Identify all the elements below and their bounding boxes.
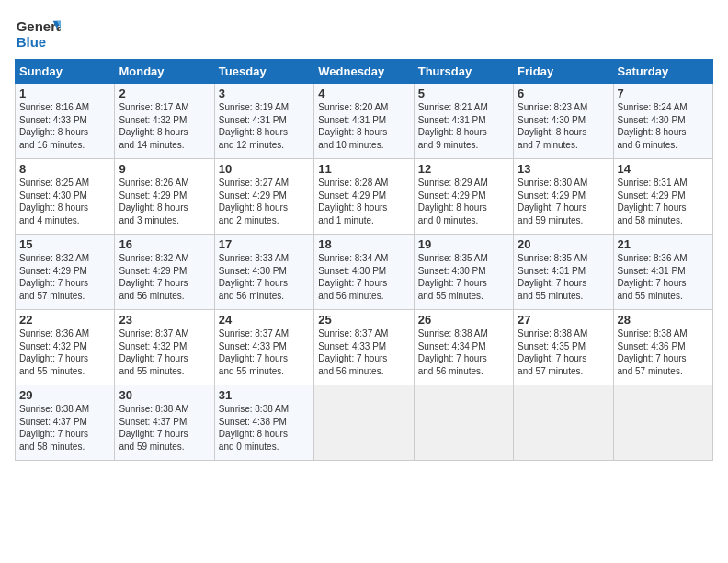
week-row-2: 8Sunrise: 8:25 AMSunset: 4:30 PMDaylight… [16,159,713,235]
calendar-cell: 5Sunrise: 8:21 AMSunset: 4:31 PMDaylight… [414,84,513,159]
calendar-table: SundayMondayTuesdayWednesdayThursdayFrid… [15,59,713,461]
week-row-4: 22Sunrise: 8:36 AMSunset: 4:32 PMDayligh… [16,310,713,385]
header-day-wednesday: Wednesday [314,60,414,84]
logo-icon: General Blue [15,15,61,52]
day-number: 21 [618,237,709,251]
calendar-cell: 22Sunrise: 8:36 AMSunset: 4:32 PMDayligh… [16,310,115,385]
cell-info: Sunrise: 8:31 AMSunset: 4:29 PMDaylight:… [618,177,709,226]
day-number: 15 [19,237,110,251]
cell-info: Sunrise: 8:20 AMSunset: 4:31 PMDaylight:… [318,101,409,151]
calendar-cell: 29Sunrise: 8:38 AMSunset: 4:37 PMDayligh… [16,385,115,461]
calendar-cell: 18Sunrise: 8:34 AMSunset: 4:30 PMDayligh… [314,235,414,310]
calendar-cell: 24Sunrise: 8:37 AMSunset: 4:33 PMDayligh… [214,310,313,385]
calendar-cell: 27Sunrise: 8:38 AMSunset: 4:35 PMDayligh… [514,310,613,385]
day-number: 2 [119,86,210,100]
cell-info: Sunrise: 8:38 AMSunset: 4:34 PMDaylight:… [418,327,509,377]
calendar-cell: 14Sunrise: 8:31 AMSunset: 4:29 PMDayligh… [613,159,712,235]
calendar-cell: 19Sunrise: 8:35 AMSunset: 4:30 PMDayligh… [414,235,513,310]
day-number: 18 [318,237,409,251]
header-day-thursday: Thursday [414,60,513,84]
day-number: 12 [418,162,509,176]
day-number: 5 [418,86,509,100]
calendar-cell [514,385,613,461]
calendar-cell: 9Sunrise: 8:26 AMSunset: 4:29 PMDaylight… [115,159,214,235]
calendar-container: General Blue SundayMondayTuesdayWednesda… [0,0,728,563]
calendar-cell: 31Sunrise: 8:38 AMSunset: 4:38 PMDayligh… [214,385,313,461]
header: General Blue [15,15,713,52]
day-number: 28 [618,313,709,327]
logo: General Blue [15,15,61,52]
calendar-cell: 25Sunrise: 8:37 AMSunset: 4:33 PMDayligh… [314,310,414,385]
cell-info: Sunrise: 8:29 AMSunset: 4:29 PMDaylight:… [418,177,509,226]
calendar-cell [414,385,513,461]
cell-info: Sunrise: 8:38 AMSunset: 4:38 PMDaylight:… [219,403,310,453]
cell-info: Sunrise: 8:25 AMSunset: 4:30 PMDaylight:… [19,177,110,226]
header-row: SundayMondayTuesdayWednesdayThursdayFrid… [16,60,713,84]
day-number: 4 [318,86,409,100]
day-number: 24 [219,313,310,327]
cell-info: Sunrise: 8:17 AMSunset: 4:32 PMDaylight:… [119,101,210,151]
calendar-cell: 1Sunrise: 8:16 AMSunset: 4:33 PMDaylight… [16,84,115,159]
calendar-cell: 30Sunrise: 8:38 AMSunset: 4:37 PMDayligh… [115,385,214,461]
calendar-cell: 8Sunrise: 8:25 AMSunset: 4:30 PMDaylight… [16,159,115,235]
header-day-tuesday: Tuesday [214,60,313,84]
calendar-cell: 28Sunrise: 8:38 AMSunset: 4:36 PMDayligh… [613,310,712,385]
cell-info: Sunrise: 8:35 AMSunset: 4:31 PMDaylight:… [518,252,609,302]
cell-info: Sunrise: 8:37 AMSunset: 4:32 PMDaylight:… [119,327,210,377]
cell-info: Sunrise: 8:30 AMSunset: 4:29 PMDaylight:… [518,177,609,226]
cell-info: Sunrise: 8:32 AMSunset: 4:29 PMDaylight:… [119,252,210,302]
day-number: 23 [119,313,210,327]
calendar-cell: 10Sunrise: 8:27 AMSunset: 4:29 PMDayligh… [214,159,313,235]
day-number: 10 [219,162,310,176]
week-row-5: 29Sunrise: 8:38 AMSunset: 4:37 PMDayligh… [16,385,713,461]
day-number: 19 [418,237,509,251]
cell-info: Sunrise: 8:38 AMSunset: 4:37 PMDaylight:… [119,403,210,453]
day-number: 11 [318,162,409,176]
day-number: 14 [618,162,709,176]
cell-info: Sunrise: 8:32 AMSunset: 4:29 PMDaylight:… [19,252,110,302]
calendar-cell: 13Sunrise: 8:30 AMSunset: 4:29 PMDayligh… [514,159,613,235]
day-number: 6 [518,86,609,100]
calendar-cell: 26Sunrise: 8:38 AMSunset: 4:34 PMDayligh… [414,310,513,385]
cell-info: Sunrise: 8:21 AMSunset: 4:31 PMDaylight:… [418,101,509,151]
header-day-saturday: Saturday [613,60,712,84]
day-number: 31 [219,388,310,402]
header-day-friday: Friday [514,60,613,84]
day-number: 22 [19,313,110,327]
svg-text:Blue: Blue [17,34,47,50]
day-number: 30 [119,388,210,402]
calendar-cell: 23Sunrise: 8:37 AMSunset: 4:32 PMDayligh… [115,310,214,385]
calendar-cell: 21Sunrise: 8:36 AMSunset: 4:31 PMDayligh… [613,235,712,310]
cell-info: Sunrise: 8:28 AMSunset: 4:29 PMDaylight:… [318,177,409,226]
calendar-cell: 4Sunrise: 8:20 AMSunset: 4:31 PMDaylight… [314,84,414,159]
cell-info: Sunrise: 8:23 AMSunset: 4:30 PMDaylight:… [518,101,609,151]
calendar-cell [613,385,712,461]
header-day-sunday: Sunday [16,60,115,84]
cell-info: Sunrise: 8:38 AMSunset: 4:36 PMDaylight:… [618,327,709,377]
cell-info: Sunrise: 8:36 AMSunset: 4:32 PMDaylight:… [19,327,110,377]
header-day-monday: Monday [115,60,214,84]
day-number: 13 [518,162,609,176]
cell-info: Sunrise: 8:33 AMSunset: 4:30 PMDaylight:… [219,252,310,302]
cell-info: Sunrise: 8:19 AMSunset: 4:31 PMDaylight:… [219,101,310,151]
calendar-cell: 20Sunrise: 8:35 AMSunset: 4:31 PMDayligh… [514,235,613,310]
calendar-cell: 7Sunrise: 8:24 AMSunset: 4:30 PMDaylight… [613,84,712,159]
cell-info: Sunrise: 8:35 AMSunset: 4:30 PMDaylight:… [418,252,509,302]
calendar-cell [314,385,414,461]
day-number: 7 [618,86,709,100]
day-number: 3 [219,86,310,100]
week-row-1: 1Sunrise: 8:16 AMSunset: 4:33 PMDaylight… [16,84,713,159]
calendar-cell: 16Sunrise: 8:32 AMSunset: 4:29 PMDayligh… [115,235,214,310]
calendar-cell: 3Sunrise: 8:19 AMSunset: 4:31 PMDaylight… [214,84,313,159]
day-number: 9 [119,162,210,176]
day-number: 1 [19,86,110,100]
cell-info: Sunrise: 8:16 AMSunset: 4:33 PMDaylight:… [19,101,110,151]
calendar-cell: 15Sunrise: 8:32 AMSunset: 4:29 PMDayligh… [16,235,115,310]
day-number: 27 [518,313,609,327]
calendar-header: SundayMondayTuesdayWednesdayThursdayFrid… [16,60,713,84]
calendar-cell: 2Sunrise: 8:17 AMSunset: 4:32 PMDaylight… [115,84,214,159]
cell-info: Sunrise: 8:37 AMSunset: 4:33 PMDaylight:… [318,327,409,377]
calendar-body: 1Sunrise: 8:16 AMSunset: 4:33 PMDaylight… [16,84,713,461]
day-number: 20 [518,237,609,251]
day-number: 16 [119,237,210,251]
